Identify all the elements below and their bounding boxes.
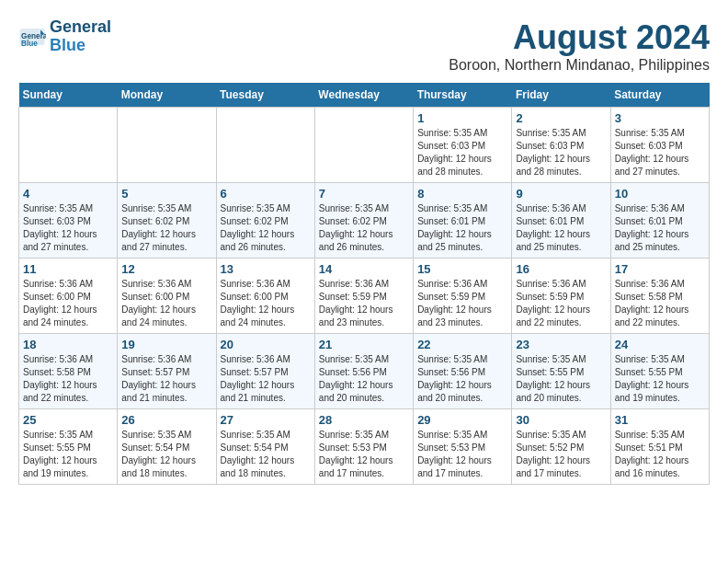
day-info: Sunrise: 5:36 AM Sunset: 5:59 PM Dayligh… xyxy=(417,278,507,329)
calendar-cell: 17Sunrise: 5:36 AM Sunset: 5:58 PM Dayli… xyxy=(610,259,709,334)
day-info: Sunrise: 5:36 AM Sunset: 5:58 PM Dayligh… xyxy=(615,278,705,329)
calendar-week-row: 18Sunrise: 5:36 AM Sunset: 5:58 PM Dayli… xyxy=(19,334,710,409)
calendar-cell: 23Sunrise: 5:35 AM Sunset: 5:55 PM Dayli… xyxy=(512,334,610,409)
calendar-week-row: 25Sunrise: 5:35 AM Sunset: 5:55 PM Dayli… xyxy=(19,409,710,485)
day-number: 8 xyxy=(417,187,507,201)
day-info: Sunrise: 5:35 AM Sunset: 6:03 PM Dayligh… xyxy=(615,127,705,178)
calendar-cell: 1Sunrise: 5:35 AM Sunset: 6:03 PM Daylig… xyxy=(414,108,512,183)
calendar-cell: 11Sunrise: 5:36 AM Sunset: 6:00 PM Dayli… xyxy=(19,259,118,334)
day-number: 15 xyxy=(417,262,507,276)
day-info: Sunrise: 5:35 AM Sunset: 6:02 PM Dayligh… xyxy=(121,202,211,254)
day-number: 27 xyxy=(221,413,311,427)
weekday-header-wednesday: Wednesday xyxy=(314,83,413,108)
day-info: Sunrise: 5:36 AM Sunset: 5:57 PM Dayligh… xyxy=(121,353,211,405)
day-info: Sunrise: 5:35 AM Sunset: 5:55 PM Dayligh… xyxy=(23,429,113,480)
day-number: 10 xyxy=(615,187,705,201)
calendar-cell: 18Sunrise: 5:36 AM Sunset: 5:58 PM Dayli… xyxy=(19,334,118,409)
page-header: General Blue General Blue August 2024 Bo… xyxy=(18,18,710,74)
day-number: 20 xyxy=(221,338,311,351)
calendar-cell: 5Sunrise: 5:35 AM Sunset: 6:02 PM Daylig… xyxy=(118,183,216,259)
logo-icon: General Blue xyxy=(18,23,46,51)
calendar-cell xyxy=(216,108,314,183)
calendar-cell: 30Sunrise: 5:35 AM Sunset: 5:52 PM Dayli… xyxy=(512,409,610,485)
calendar-cell: 24Sunrise: 5:35 AM Sunset: 5:55 PM Dayli… xyxy=(610,334,709,409)
day-number: 7 xyxy=(319,187,409,201)
weekday-header-row: SundayMondayTuesdayWednesdayThursdayFrid… xyxy=(19,83,710,108)
day-info: Sunrise: 5:35 AM Sunset: 5:54 PM Dayligh… xyxy=(221,429,311,480)
day-info: Sunrise: 5:35 AM Sunset: 5:55 PM Dayligh… xyxy=(516,353,606,405)
month-title: August 2024 xyxy=(449,18,710,57)
location-title: Boroon, Northern Mindanao, Philippines xyxy=(449,57,710,74)
day-number: 3 xyxy=(615,111,705,125)
calendar-cell: 20Sunrise: 5:36 AM Sunset: 5:57 PM Dayli… xyxy=(216,334,314,409)
calendar-cell xyxy=(19,108,118,183)
day-info: Sunrise: 5:35 AM Sunset: 5:53 PM Dayligh… xyxy=(417,429,507,480)
weekday-header-thursday: Thursday xyxy=(414,83,512,108)
day-info: Sunrise: 5:36 AM Sunset: 6:00 PM Dayligh… xyxy=(23,278,113,329)
calendar-cell: 10Sunrise: 5:36 AM Sunset: 6:01 PM Dayli… xyxy=(610,183,709,259)
calendar-cell: 31Sunrise: 5:35 AM Sunset: 5:51 PM Dayli… xyxy=(610,409,709,485)
day-number: 11 xyxy=(23,262,113,276)
day-info: Sunrise: 5:35 AM Sunset: 6:03 PM Dayligh… xyxy=(23,202,113,254)
day-info: Sunrise: 5:35 AM Sunset: 5:51 PM Dayligh… xyxy=(615,429,705,480)
day-number: 2 xyxy=(516,111,606,125)
day-info: Sunrise: 5:35 AM Sunset: 6:03 PM Dayligh… xyxy=(516,127,606,178)
calendar-week-row: 11Sunrise: 5:36 AM Sunset: 6:00 PM Dayli… xyxy=(19,259,710,334)
day-number: 1 xyxy=(417,111,507,125)
day-info: Sunrise: 5:35 AM Sunset: 6:03 PM Dayligh… xyxy=(417,127,507,178)
day-info: Sunrise: 5:36 AM Sunset: 6:00 PM Dayligh… xyxy=(221,278,311,329)
day-number: 24 xyxy=(615,338,705,351)
day-number: 29 xyxy=(417,413,507,427)
calendar-cell: 26Sunrise: 5:35 AM Sunset: 5:54 PM Dayli… xyxy=(118,409,216,485)
calendar-week-row: 4Sunrise: 5:35 AM Sunset: 6:03 PM Daylig… xyxy=(19,183,710,259)
calendar-cell: 6Sunrise: 5:35 AM Sunset: 6:02 PM Daylig… xyxy=(216,183,314,259)
calendar-cell xyxy=(118,108,216,183)
title-section: August 2024 Boroon, Northern Mindanao, P… xyxy=(449,18,710,74)
day-info: Sunrise: 5:35 AM Sunset: 5:56 PM Dayligh… xyxy=(417,353,507,405)
day-info: Sunrise: 5:35 AM Sunset: 5:54 PM Dayligh… xyxy=(121,429,211,480)
day-info: Sunrise: 5:36 AM Sunset: 5:59 PM Dayligh… xyxy=(516,278,606,329)
calendar-cell: 7Sunrise: 5:35 AM Sunset: 6:02 PM Daylig… xyxy=(314,183,413,259)
calendar-cell: 21Sunrise: 5:35 AM Sunset: 5:56 PM Dayli… xyxy=(314,334,413,409)
calendar-cell: 16Sunrise: 5:36 AM Sunset: 5:59 PM Dayli… xyxy=(512,259,610,334)
calendar-cell: 29Sunrise: 5:35 AM Sunset: 5:53 PM Dayli… xyxy=(414,409,512,485)
day-number: 28 xyxy=(319,413,409,427)
calendar-cell: 25Sunrise: 5:35 AM Sunset: 5:55 PM Dayli… xyxy=(19,409,118,485)
logo: General Blue General Blue xyxy=(18,18,111,55)
weekday-header-tuesday: Tuesday xyxy=(216,83,314,108)
day-number: 23 xyxy=(516,338,606,351)
weekday-header-sunday: Sunday xyxy=(19,83,118,108)
svg-text:Blue: Blue xyxy=(21,40,38,48)
calendar-cell: 9Sunrise: 5:36 AM Sunset: 6:01 PM Daylig… xyxy=(512,183,610,259)
calendar-cell xyxy=(314,108,413,183)
day-number: 30 xyxy=(516,413,606,427)
calendar-cell: 19Sunrise: 5:36 AM Sunset: 5:57 PM Dayli… xyxy=(118,334,216,409)
day-info: Sunrise: 5:36 AM Sunset: 6:01 PM Dayligh… xyxy=(516,202,606,254)
day-number: 6 xyxy=(221,187,311,201)
day-number: 14 xyxy=(319,262,409,276)
day-info: Sunrise: 5:35 AM Sunset: 5:53 PM Dayligh… xyxy=(319,429,409,480)
day-info: Sunrise: 5:35 AM Sunset: 6:02 PM Dayligh… xyxy=(221,202,311,254)
calendar-cell: 12Sunrise: 5:36 AM Sunset: 6:00 PM Dayli… xyxy=(118,259,216,334)
day-info: Sunrise: 5:35 AM Sunset: 5:52 PM Dayligh… xyxy=(516,429,606,480)
day-info: Sunrise: 5:36 AM Sunset: 6:00 PM Dayligh… xyxy=(121,278,211,329)
day-info: Sunrise: 5:35 AM Sunset: 6:01 PM Dayligh… xyxy=(417,202,507,254)
day-number: 25 xyxy=(23,413,113,427)
day-number: 26 xyxy=(121,413,211,427)
day-number: 22 xyxy=(417,338,507,351)
day-info: Sunrise: 5:35 AM Sunset: 5:55 PM Dayligh… xyxy=(615,353,705,405)
day-number: 17 xyxy=(615,262,705,276)
calendar-cell: 2Sunrise: 5:35 AM Sunset: 6:03 PM Daylig… xyxy=(512,108,610,183)
day-number: 16 xyxy=(516,262,606,276)
day-number: 12 xyxy=(121,262,211,276)
calendar-cell: 8Sunrise: 5:35 AM Sunset: 6:01 PM Daylig… xyxy=(414,183,512,259)
day-number: 4 xyxy=(23,187,113,201)
calendar-cell: 13Sunrise: 5:36 AM Sunset: 6:00 PM Dayli… xyxy=(216,259,314,334)
calendar-cell: 3Sunrise: 5:35 AM Sunset: 6:03 PM Daylig… xyxy=(610,108,709,183)
day-number: 9 xyxy=(516,187,606,201)
day-info: Sunrise: 5:36 AM Sunset: 5:57 PM Dayligh… xyxy=(221,353,311,405)
weekday-header-friday: Friday xyxy=(512,83,610,108)
day-info: Sunrise: 5:35 AM Sunset: 5:56 PM Dayligh… xyxy=(319,353,409,405)
day-number: 31 xyxy=(615,413,705,427)
logo-name: General Blue xyxy=(50,18,111,55)
